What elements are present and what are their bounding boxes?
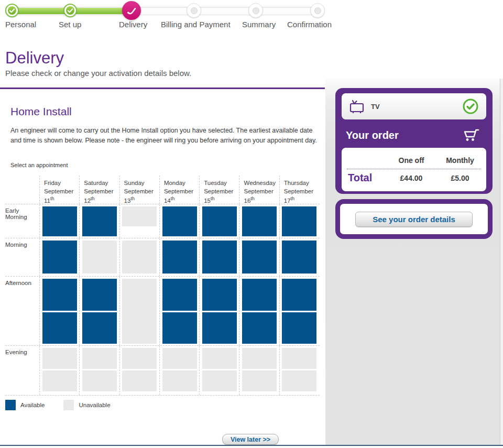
appointment-cell-available[interactable] [242,241,277,274]
see-order-details-button[interactable]: See your order details [355,212,473,227]
stepper-step-summary [248,3,263,18]
check-icon [8,6,16,15]
order-totals-card: One off Monthly Total £44.00 £5.00 [342,148,486,191]
appointment-cell-unavailable [82,348,117,369]
select-appointment-label: Select an appointment [10,162,68,168]
day-column [199,346,239,395]
day-column [39,238,79,276]
stepper-label: Summary [242,20,276,29]
stepper-step-personal[interactable] [5,4,19,17]
appointment-cell-available[interactable] [282,241,316,274]
footer-divider [0,445,503,446]
day-column [159,277,199,345]
day-column [159,346,199,395]
day-header: WednesdaySeptember16th [239,176,279,204]
stepper-label: Delivery [119,20,147,29]
slot-label: Afternoon [5,277,39,345]
appointment-cell-available[interactable] [202,279,237,311]
total-monthly-value: £5.00 [435,174,485,182]
day-column [79,277,119,345]
slot-row: Evening [5,346,320,396]
day-column [119,277,159,345]
appointment-cell-unavailable [122,279,157,344]
appointment-cell-unavailable [242,348,277,369]
your-order-row: Your order [346,124,480,147]
slot-label: Evening [5,346,39,395]
right-edge-strip [500,79,503,445]
pen-icon [126,5,137,16]
day-header: SundaySeptember13th [119,176,159,204]
appointment-cell-available[interactable] [282,206,316,236]
day-column [159,204,199,238]
appointment-cell-available[interactable] [42,279,77,311]
slot-label: Early Morning [5,204,39,238]
day-column [239,346,279,395]
order-details-card: See your order details [335,199,493,239]
appointment-cell-unavailable [202,370,237,391]
total-one-off-value: £44.00 [382,174,440,182]
appointment-cell-available[interactable] [242,312,277,344]
appointment-cell-available[interactable] [162,206,197,236]
day-column [279,277,319,345]
available-swatch-icon [5,400,16,410]
legend-label: Unavailable [79,402,110,408]
appointment-cell-unavailable [42,348,77,369]
check-icon [66,6,74,15]
appointment-cell-available[interactable] [202,312,237,344]
day-column [199,204,239,238]
appointment-cell-available[interactable] [282,279,316,311]
day-column [239,277,279,345]
day-column [239,238,279,276]
stepper-step-set-up[interactable] [63,4,77,17]
legend-item-available: Available [5,400,45,410]
availability-legend: AvailableUnavailable [5,400,125,410]
day-column [199,238,239,276]
stepper-label: Confirmation [287,20,332,29]
appointment-cell-available[interactable] [202,241,237,274]
stepper-step-confirmation [310,3,325,18]
appointment-cell-available[interactable] [282,312,316,344]
checkout-stepper: PersonalSet upDeliveryBilling and Paymen… [5,3,326,30]
day-header: ThursdaySeptember17th [279,176,319,204]
day-column [279,204,319,238]
appointment-cell-available[interactable] [82,206,117,236]
dot-icon [191,7,198,14]
day-column [119,346,159,395]
appointment-cell-unavailable [122,206,157,226]
appointment-cell-available[interactable] [242,206,277,236]
appointment-cell-available[interactable] [162,312,197,344]
day-column [239,204,279,238]
view-later-button[interactable]: View later >> [222,434,279,445]
appointment-cell-unavailable [282,370,316,391]
monthly-column-header: Monthly [435,156,485,165]
grid-header-row: FridaySeptember11thSaturdaySeptember12th… [5,176,320,204]
slot-row: Afternoon [5,277,320,346]
stepper-label: Set up [59,20,81,29]
day-column [199,277,239,345]
stepper-label: Billing and Payment [161,20,231,29]
page-subtitle: Please check or change your activation d… [5,69,191,78]
slot-row: Early Morning [5,204,320,238]
appointment-cell-unavailable [42,370,77,391]
appointment-cell-available[interactable] [42,312,77,344]
appointment-cell-available[interactable] [42,241,77,274]
stepper-step-delivery [122,1,141,20]
appointment-cell-available[interactable] [162,241,197,274]
day-column [279,238,319,276]
appointment-cell-available[interactable] [82,312,117,344]
appointment-cell-available[interactable] [202,206,237,236]
appointment-cell-unavailable [122,348,157,369]
appointment-cell-available[interactable] [242,279,277,311]
appointment-cell-unavailable [282,348,316,369]
appointment-cell-unavailable [82,370,117,391]
total-label: Total [348,172,372,184]
day-header: SaturdaySeptember12th [79,176,119,204]
appointment-cell-available[interactable] [82,279,117,311]
slot-row: Morning [5,238,320,277]
day-column [159,238,199,276]
product-label: TV [371,103,380,111]
appointment-cell-available[interactable] [162,279,197,311]
dot-icon [314,7,321,14]
appointment-cell-available[interactable] [42,206,77,236]
home-install-description: An engineer will come to carry out the H… [10,126,319,146]
